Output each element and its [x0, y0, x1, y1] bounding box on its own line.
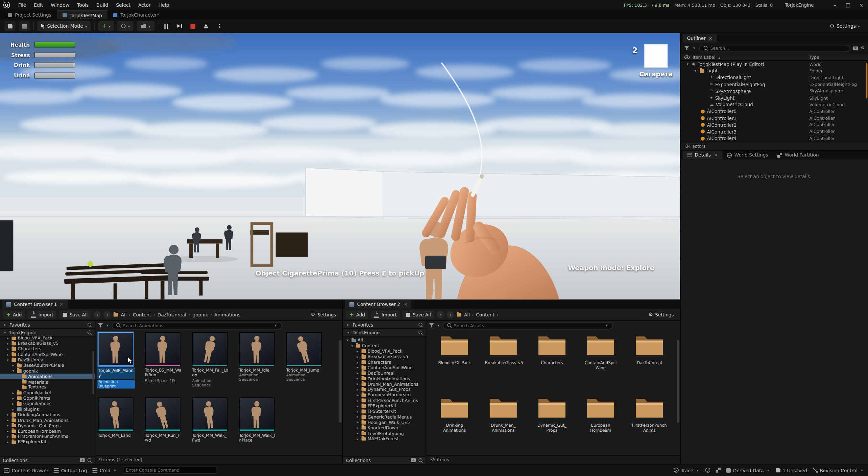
folder-card-europeanhornbeam[interactable]: European Hornbeam — [582, 396, 619, 433]
collapse-icon[interactable] — [693, 69, 698, 73]
tree-item[interactable]: FPExplorerKit — [343, 403, 426, 409]
tree-item[interactable]: LevelPrototyping — [343, 431, 426, 436]
outliner-row-volumetriccloud[interactable]: VolumetricCloudVolumetricCloud — [681, 101, 868, 108]
menu-edit[interactable]: Edit — [30, 2, 47, 8]
breadcrumb-content[interactable]: Content — [133, 312, 151, 317]
asset-card-torjok-jump[interactable]: Torjok_MM_Jump Animation Sequence — [286, 332, 323, 388]
tree-item[interactable]: Blood_VFX_Pack — [0, 336, 95, 341]
cb2-search-input[interactable] — [454, 323, 602, 328]
folder-card-containandspillwine[interactable]: ContainAndSpill Wine — [582, 333, 619, 371]
search-icon[interactable] — [87, 458, 92, 463]
back-button[interactable] — [437, 311, 444, 318]
tree-item[interactable]: Drunk_Man_Animations — [0, 418, 95, 423]
asset-card-torjok-bs-walkrun[interactable]: Torjok_BS_MM_WalkRun Blend Space 1D — [145, 332, 182, 388]
breadcrumb-content[interactable]: Content — [476, 312, 495, 317]
tab-torjoktestmap[interactable]: TorjokTestMap — [57, 10, 107, 19]
frame-skip-button[interactable] — [175, 21, 185, 31]
outliner-row-aicontroller1[interactable]: AIController1AIController — [681, 115, 868, 122]
back-button[interactable] — [94, 311, 101, 318]
collections-header[interactable]: Collections — [343, 456, 426, 464]
tree-item[interactable]: Characters — [343, 359, 426, 365]
add-button[interactable]: Add — [346, 310, 368, 319]
close-icon[interactable] — [403, 302, 407, 307]
favorites-header[interactable]: Favorites — [343, 321, 426, 329]
outliner-row-world[interactable]: TorjokTestMap (Play In Editor)World — [681, 61, 868, 68]
tree-item[interactable]: GenericRadialMenus — [343, 414, 426, 420]
stop-button[interactable] — [188, 21, 198, 31]
menu-help[interactable]: Help — [154, 2, 173, 8]
chevron-down-icon[interactable] — [273, 323, 278, 328]
filter-icon[interactable] — [98, 323, 103, 328]
add-actor-dropdown[interactable] — [98, 21, 114, 31]
breadcrumb-daztounreal[interactable]: DazToUnreal — [158, 312, 186, 317]
folder-card-firstpersonpunchanims[interactable]: FIrstPersonPunch Anims — [631, 396, 668, 433]
selection-mode-dropdown[interactable]: Selection Mode — [37, 21, 91, 31]
content-browser-1-tab[interactable]: Content Browser 1 — [2, 300, 68, 309]
chevron-down-icon[interactable] — [436, 323, 441, 328]
outliner-row-aicontroller4[interactable]: AIController4AIController — [681, 135, 868, 142]
folder-card-breakableglass[interactable]: BreakableGlass_v5 — [485, 333, 522, 371]
search-icon[interactable] — [418, 458, 423, 463]
grid-scrollbar[interactable] — [677, 340, 679, 423]
tree-item[interactable]: ContainAndSpillWine — [0, 352, 95, 357]
cinematics-dropdown[interactable] — [137, 21, 154, 31]
viewport-settings-button[interactable]: Settings — [826, 21, 864, 31]
tree-item[interactable]: GopnikJacket — [0, 390, 95, 396]
chevron-down-icon[interactable] — [692, 46, 696, 50]
minimize-button[interactable]: – — [828, 0, 841, 10]
forward-button[interactable] — [447, 311, 454, 318]
tree-item[interactable]: EuropeanHornbeam — [0, 428, 95, 434]
tree-item[interactable]: Content — [343, 343, 426, 349]
tree-item[interactable]: Characters — [0, 347, 95, 352]
cb2-settings-button[interactable]: Settings — [645, 310, 677, 319]
asset-card-torjok-run-fwd[interactable]: Torjok_MM_Run_Fwd — [145, 397, 182, 443]
tab-world-settings[interactable]: World Settings — [722, 151, 773, 160]
outliner-row-skylight[interactable]: SkyLightSkyLight — [681, 95, 868, 101]
tree-item[interactable]: DazToUnreal — [343, 371, 426, 376]
tree-item[interactable]: Dynamic_Gut_Props — [343, 387, 426, 392]
search-icon[interactable] — [418, 322, 423, 327]
tree-item[interactable]: FIrstPersonPunchAnims — [0, 434, 95, 439]
trace-dropdown[interactable]: Trace — [674, 468, 700, 473]
folder-card-drunkmananimations[interactable]: Drunk_Man_ Animations — [485, 396, 522, 433]
chevron-down-icon[interactable] — [3, 330, 7, 335]
add-collection-icon[interactable] — [80, 458, 85, 462]
insights-icon[interactable] — [705, 468, 710, 473]
menu-select[interactable]: Select — [112, 2, 135, 8]
tree-item[interactable]: DrinkingAnimations — [343, 376, 426, 381]
game-viewport[interactable]: Health Stress Drink Urina 2 Сигарета Obj… — [0, 33, 680, 299]
tree-item[interactable]: FIrstPersonPunchAnims — [343, 398, 426, 403]
save-all-button[interactable]: Save All — [403, 310, 434, 319]
tree-item[interactable]: Dynamic_Gut_Props — [0, 423, 95, 428]
tab-details[interactable]: Details — [682, 151, 722, 160]
revision-control-button[interactable]: Revision Control — [813, 468, 864, 473]
asset-card-torjok-walk-inplace[interactable]: Torjok_MM_Walk_InPlace — [239, 397, 276, 443]
tree-item[interactable]: FPExplorerKit — [0, 439, 95, 445]
asset-card-torjok-land[interactable]: Torjok_MM_Land — [98, 397, 135, 443]
cmd-dropdown[interactable]: Cmd — [93, 468, 117, 473]
tree-item[interactable]: plugins — [0, 407, 95, 412]
outliner-search-box[interactable] — [699, 45, 850, 52]
tab-outliner[interactable]: Outliner — [682, 34, 717, 43]
cb1-search-box[interactable] — [112, 322, 282, 329]
tree-item[interactable]: BreakableGlass_v5 — [0, 341, 95, 346]
browse-button[interactable] — [19, 21, 30, 31]
tree-item[interactable]: Blood_VFX_Pack — [343, 349, 426, 354]
folder-card-drinkinganimations[interactable]: Drinking Animations — [436, 396, 473, 433]
content-drawer-button[interactable]: Content Drawer — [4, 468, 48, 473]
outliner-search-input[interactable] — [710, 46, 846, 51]
folder-icon[interactable] — [457, 313, 461, 316]
folder-card-dynamicgutprops[interactable]: Dynamic_Gut_ Props — [534, 396, 570, 433]
import-button[interactable]: Import — [371, 310, 400, 319]
asset-card-torjok-walk-fwd[interactable]: Torjok_MM_Walk_Fwd — [192, 397, 228, 443]
content-browser-2-tab[interactable]: Content Browser 2 — [345, 300, 411, 309]
collections-header[interactable]: Collections — [0, 456, 95, 464]
tree-item[interactable]: BreakableGlass_v5 — [343, 354, 426, 359]
console-input[interactable] — [123, 467, 217, 474]
outliner-row-directionallight[interactable]: DirectionalLightDirectionalLight — [681, 74, 868, 81]
chevron-down-icon[interactable] — [604, 323, 609, 328]
filter-icon[interactable] — [684, 46, 689, 51]
breadcrumb-all[interactable]: All — [121, 312, 127, 317]
tab-torjokcharacter[interactable]: TorjokCharacter* — [107, 10, 165, 19]
close-icon[interactable] — [60, 302, 64, 307]
